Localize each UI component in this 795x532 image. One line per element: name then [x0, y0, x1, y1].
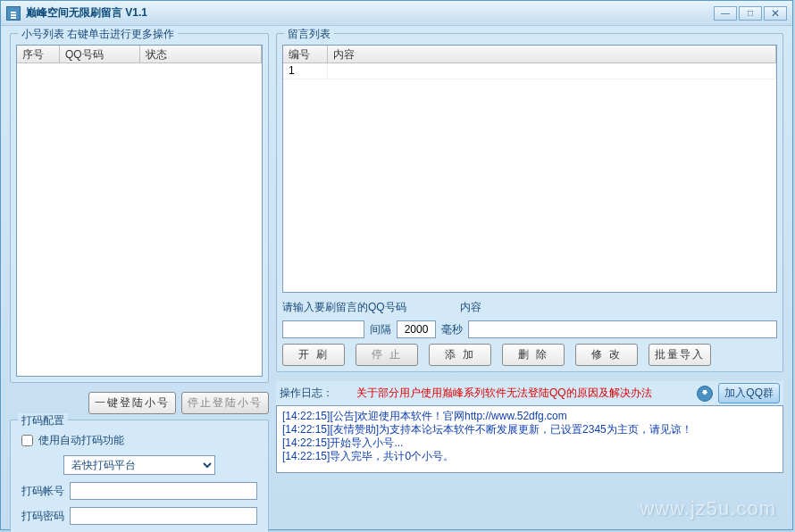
log-line: [14:22:15]开始导入小号... [282, 436, 777, 450]
dama-password-input[interactable] [70, 507, 257, 525]
account-table-body [17, 63, 262, 376]
interval-label: 间隔 [370, 322, 391, 337]
app-icon [6, 6, 21, 21]
log-header: 操作日志： 关于部分用户使用巅峰系列软件无法登陆QQ的原因及解决办法 加入QQ群 [276, 381, 783, 405]
col-index[interactable]: 序号 [17, 46, 60, 62]
col-qq[interactable]: QQ号码 [60, 46, 140, 62]
account-table-header: 序号 QQ号码 状态 [17, 46, 262, 63]
content-area: 小号列表 右键单击进行更多操作 序号 QQ号码 状态 一键登陆小号 停止登陆小号… [1, 26, 792, 529]
account-table[interactable]: 序号 QQ号码 状态 [16, 45, 263, 377]
log-line: [14:22:15]导入完毕，共计0个小号。 [282, 450, 777, 463]
value-input-row: 间隔 毫秒 [282, 320, 777, 338]
qq-group-icon [697, 386, 713, 402]
col-msg-index[interactable]: 编号 [283, 46, 328, 62]
minimize-button[interactable]: — [714, 6, 737, 21]
delete-button[interactable]: 删 除 [502, 344, 565, 366]
modify-button[interactable]: 修 改 [575, 344, 638, 366]
dama-platform-row: 若快打码平台 [21, 455, 257, 475]
log-notice-link[interactable]: 关于部分用户使用巅峰系列软件无法登陆QQ的原因及解决办法 [339, 386, 691, 401]
window-controls: — □ ✕ [714, 6, 787, 21]
log-label: 操作日志： [280, 386, 333, 401]
dama-password-label: 打码密码 [21, 509, 64, 524]
dama-account-label: 打码帐号 [21, 484, 64, 499]
message-group-title: 留言列表 [284, 27, 334, 42]
log-line: [14:22:15][友情赞助]为支持本论坛本软件不断发展更新，已设置2345为… [282, 423, 777, 436]
message-table-header: 编号 内容 [283, 46, 776, 63]
col-status[interactable]: 状态 [140, 46, 262, 62]
stop-login-button[interactable]: 停止登陆小号 [181, 392, 269, 414]
message-list-group: 留言列表 编号 内容 1 请输入要刷留言的QQ号码 内容 间隔 毫秒 [276, 33, 783, 372]
dama-group-title: 打码配置 [18, 413, 68, 428]
dama-account-input[interactable] [70, 482, 257, 500]
start-button[interactable]: 开 刷 [282, 344, 345, 366]
auto-dama-checkbox[interactable] [21, 435, 33, 446]
log-box[interactable]: [14:22:15][公告]欢迎使用本软件！官网http://www.52dfg… [276, 405, 783, 473]
app-title: 巅峰空间无限刷留言 V1.1 [26, 5, 714, 21]
login-button-row: 一键登陆小号 停止登陆小号 [10, 392, 269, 414]
ms-label: 毫秒 [441, 322, 463, 337]
interval-input[interactable] [397, 320, 436, 338]
auto-dama-label: 使用自动打码功能 [38, 433, 124, 448]
content-input[interactable] [468, 320, 777, 338]
maximize-button[interactable]: □ [739, 6, 762, 21]
auto-dama-row: 使用自动打码功能 [21, 433, 257, 448]
dama-config-group: 打码配置 使用自动打码功能 若快打码平台 打码帐号 打码密码 [10, 420, 269, 532]
one-key-login-button[interactable]: 一键登陆小号 [88, 392, 176, 414]
cell-content [328, 63, 776, 79]
stop-button[interactable]: 停 止 [356, 344, 418, 366]
left-column: 小号列表 右键单击进行更多操作 序号 QQ号码 状态 一键登陆小号 停止登陆小号… [10, 33, 269, 522]
dama-platform-select[interactable]: 若快打码平台 [63, 455, 215, 475]
target-qq-input[interactable] [282, 320, 364, 338]
col-msg-content[interactable]: 内容 [328, 46, 776, 62]
message-table[interactable]: 编号 内容 1 [282, 45, 777, 293]
dama-password-row: 打码密码 [21, 507, 257, 525]
table-row[interactable]: 1 [283, 63, 776, 79]
right-column: 留言列表 编号 内容 1 请输入要刷留言的QQ号码 内容 间隔 毫秒 [276, 33, 783, 522]
account-group-title: 小号列表 右键单击进行更多操作 [18, 27, 178, 42]
join-qq-group-button[interactable]: 加入QQ群 [718, 383, 780, 403]
batch-import-button[interactable]: 批量导入 [649, 344, 711, 366]
cell-index: 1 [283, 63, 328, 79]
action-button-row: 开 刷 停 止 添 加 删 除 修 改 批量导入 [282, 344, 777, 366]
qq-input-row: 请输入要刷留言的QQ号码 内容 [282, 300, 777, 315]
log-line: [14:22:15][公告]欢迎使用本软件！官网http://www.52dfg… [282, 410, 777, 423]
add-button[interactable]: 添 加 [429, 344, 491, 366]
message-table-body: 1 [283, 63, 776, 292]
account-list-group: 小号列表 右键单击进行更多操作 序号 QQ号码 状态 [10, 33, 269, 383]
close-button[interactable]: ✕ [764, 6, 787, 21]
target-qq-label: 请输入要刷留言的QQ号码 [282, 300, 406, 315]
title-bar: 巅峰空间无限刷留言 V1.1 — □ ✕ [1, 1, 792, 26]
dama-account-row: 打码帐号 [21, 482, 257, 500]
app-window: 巅峰空间无限刷留言 V1.1 — □ ✕ 小号列表 右键单击进行更多操作 序号 … [0, 0, 793, 530]
content-label: 内容 [460, 300, 481, 315]
